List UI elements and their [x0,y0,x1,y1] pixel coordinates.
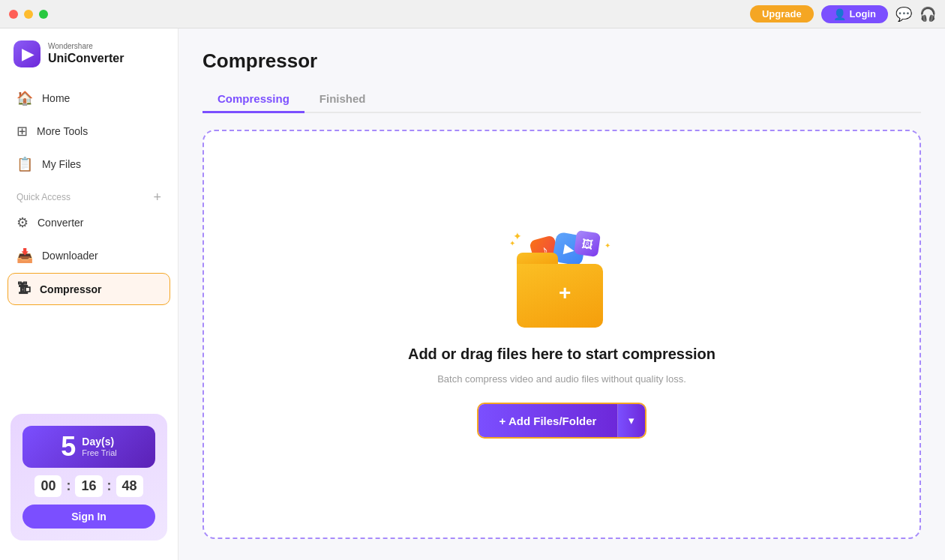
headphone-icon[interactable]: 🎧 [920,6,936,22]
sidebar-item-compressor[interactable]: 🗜 Compressor [8,273,170,305]
tabs: Compressing Finished [202,86,921,113]
chat-icon[interactable]: 💬 [896,6,912,22]
sidebar-item-my-files[interactable]: 📋 My Files [8,148,170,180]
sidebar-logo: ▶ Wondershare UniConverter [0,40,178,82]
quick-access-section: Quick Access + [0,180,178,207]
page-title: Compressor [202,49,921,73]
trial-card: 5 Day(s) Free Trial 00 : 16 : 48 Sign In [10,414,167,541]
sign-in-button[interactable]: Sign In [22,505,155,529]
trial-free-label: Free Trial [82,448,116,458]
sidebar-item-label: More Tools [37,125,88,137]
trial-days-label: Day(s) [82,436,116,448]
drop-illustration: ✦ ✦ ✦ ♪ ▶ 🖼 + [509,230,614,328]
trial-days-number: 5 [61,433,76,460]
tab-finished[interactable]: Finished [304,86,381,113]
sparkle-icon-2: ✦ [509,239,515,247]
trial-label: Day(s) Free Trial [82,436,116,458]
app-body: ▶ Wondershare UniConverter 🏠 Home ⊞ More… [0,28,945,560]
login-button[interactable]: 👤 Login [821,5,888,23]
timer-minutes: 16 [75,475,102,497]
more-tools-icon: ⊞ [16,123,28,139]
minimize-button[interactable] [24,10,33,19]
timer-seconds: 48 [116,475,143,497]
title-bar: Upgrade 👤 Login 💬 🎧 [0,0,945,28]
user-icon: 👤 [833,8,846,20]
image-icon: 🖼 [574,230,601,257]
timer-colon-2: : [107,478,112,494]
folder-body: + [517,264,603,328]
logo-name: UniConverter [48,51,124,65]
trial-days-badge: 5 Day(s) Free Trial [22,426,155,468]
converter-icon: ⚙ [16,214,28,231]
sidebar-item-downloader[interactable]: 📥 Downloader [8,240,170,271]
sidebar-item-more-tools[interactable]: ⊞ More Tools [8,115,170,147]
downloader-icon: 📥 [16,247,33,264]
quick-access-label: Quick Access [16,192,70,202]
quick-access-add-button[interactable]: + [153,190,161,204]
sidebar-item-label: Downloader [42,250,98,262]
sidebar-item-label: My Files [42,158,81,170]
sidebar: ▶ Wondershare UniConverter 🏠 Home ⊞ More… [0,28,178,560]
add-files-row: + Add Files/Folder ▾ [477,403,647,439]
logo-icon: ▶ [14,40,40,67]
compressor-icon: 🗜 [17,281,31,297]
quick-access-nav: ⚙ Converter 📥 Downloader 🗜 Compressor [0,207,178,305]
drop-zone[interactable]: ✦ ✦ ✦ ♪ ▶ 🖼 + Add or drag files here to … [202,130,921,539]
sidebar-item-label: Converter [38,217,83,229]
tab-compressing[interactable]: Compressing [202,86,304,113]
add-files-button[interactable]: + Add Files/Folder [478,404,618,437]
sidebar-item-label: Compressor [40,283,101,295]
trial-timer: 00 : 16 : 48 [34,475,142,497]
login-label: Login [850,8,876,19]
main-content: Compressor Compressing Finished ✦ ✦ ✦ ♪ … [178,28,945,560]
drop-sub-text: Batch compress video and audio files wit… [437,373,686,385]
logo-brand: Wondershare [48,42,124,51]
logo-text: Wondershare UniConverter [48,42,124,65]
title-bar-actions: Upgrade 👤 Login 💬 🎧 [750,5,936,23]
my-files-icon: 📋 [16,156,33,172]
upgrade-button[interactable]: Upgrade [750,5,814,22]
drop-main-text: Add or drag files here to start compress… [408,346,716,363]
add-files-chevron-button[interactable]: ▾ [617,404,645,437]
home-icon: 🏠 [16,90,33,106]
logo-icon-symbol: ▶ [22,45,33,63]
sidebar-item-converter[interactable]: ⚙ Converter [8,207,170,238]
maximize-button[interactable] [39,10,48,19]
sidebar-item-home[interactable]: 🏠 Home [8,82,170,114]
folder-plus-icon: + [559,281,571,305]
timer-hours: 00 [34,475,62,497]
sparkle-icon-3: ✦ [604,241,610,250]
close-button[interactable] [9,10,18,19]
sidebar-nav: 🏠 Home ⊞ More Tools 📋 My Files [0,82,178,180]
sidebar-item-label: Home [42,92,70,104]
timer-colon-1: : [66,478,70,494]
